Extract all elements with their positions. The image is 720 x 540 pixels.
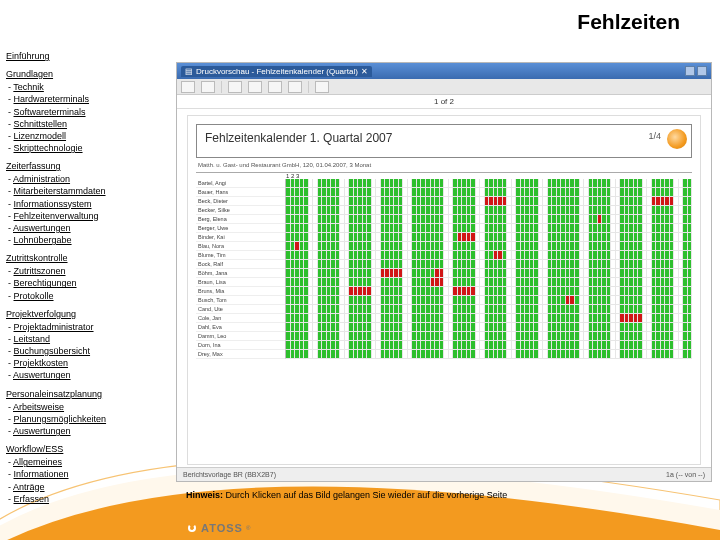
nav-zeiterfassung[interactable]: Zeiterfassung [6, 160, 61, 172]
nav-item: - Planungsmöglichkeiten [8, 413, 166, 425]
employee-name: Bauer, Hans [196, 188, 286, 197]
employee-name: Bock, Ralf [196, 260, 286, 269]
calendar-row: Binder, Kai [196, 233, 692, 242]
window-minimize-button[interactable] [685, 66, 695, 76]
prev-page-button[interactable] [248, 81, 262, 93]
calendar-row: Blume, Tim [196, 251, 692, 260]
nav-item: - Berechtigungen [8, 277, 166, 289]
employee-name: Berg, Elena [196, 215, 286, 224]
nav-item: - Hardwareterminals [8, 93, 166, 105]
employee-name: Cand, Ute [196, 305, 286, 314]
nav-item: - Softwareterminals [8, 106, 166, 118]
nav-item: - Auswertungen [8, 425, 166, 437]
window-maximize-button[interactable] [697, 66, 707, 76]
nav-item: - Erfassen [8, 493, 166, 505]
first-page-button[interactable] [228, 81, 242, 93]
calendar-row: Becker, Silke [196, 206, 692, 215]
employee-name: Busch, Tom [196, 296, 286, 305]
preview-toolbar [177, 79, 711, 95]
nav-item: - Skripttechnologie [8, 142, 166, 154]
nav-workflow[interactable]: Workflow/ESS [6, 443, 63, 455]
employee-name: Bartel, Angi [196, 179, 286, 188]
preview-statusbar: Berichtsvorlage BR (BBX2B7) 1a (-- von -… [177, 467, 711, 481]
nav-item: - Lohnübergabe [8, 234, 166, 246]
close-icon[interactable]: ✕ [361, 67, 368, 76]
page-counter: 1 of 2 [177, 95, 711, 109]
report-logo-icon [667, 129, 687, 149]
nav-item: - Mitarbeiterstammdaten [8, 185, 166, 197]
nav-item: - Auswertungen [8, 369, 166, 381]
next-page-button[interactable] [268, 81, 282, 93]
employee-name: Berger, Uwe [196, 224, 286, 233]
zoom-button[interactable] [315, 81, 329, 93]
report-page: Fehlzeitenkalender 1. Quartal 2007 1/4 M… [187, 115, 701, 465]
calendar-row: Dahl, Eva [196, 323, 692, 332]
employee-name: Damm, Leo [196, 332, 286, 341]
calendar-row: Bartel, Angi [196, 179, 692, 188]
report-header: Fehlzeitenkalender 1. Quartal 2007 1/4 [196, 124, 692, 158]
calendar-row: Bauer, Hans [196, 188, 692, 197]
report-page-num: 1/4 [648, 131, 661, 141]
employee-name: Blau, Nora [196, 242, 286, 251]
preview-tab[interactable]: ▤ Druckvorschau - Fehlzeitenkalender (Qu… [181, 66, 372, 77]
employee-name: Dahl, Eva [196, 323, 286, 332]
nav-item: - Buchungsübersicht [8, 345, 166, 357]
calendar-row: Bock, Ralf [196, 260, 692, 269]
calendar-row: Drey, Max [196, 350, 692, 359]
calendar-row: Bruns, Mia [196, 287, 692, 296]
print-button[interactable] [181, 81, 195, 93]
employee-name: Dorn, Ina [196, 341, 286, 350]
calendar-row: Dorn, Ina [196, 341, 692, 350]
document-icon: ▤ [185, 67, 193, 76]
nav-intro[interactable]: Einführung [6, 50, 50, 62]
nav-item: - Arbeitsweise [8, 401, 166, 413]
preview-titlebar: ▤ Druckvorschau - Fehlzeitenkalender (Qu… [177, 63, 711, 79]
nav-item: - Informationssystem [8, 198, 166, 210]
employee-name: Bruns, Mia [196, 287, 286, 296]
calendar-grid: 1 2 3 Bartel, AngiBauer, HansBeck, Diete… [196, 172, 692, 359]
nav-item: - Informationen [8, 468, 166, 480]
employee-name: Böhm, Jana [196, 269, 286, 278]
sidebar-nav: Einführung Grundlagen - Technik - Hardwa… [6, 50, 166, 505]
nav-item: - Fehlzeitenverwaltung [8, 210, 166, 222]
employee-name: Binder, Kai [196, 233, 286, 242]
calendar-row: Berger, Uwe [196, 224, 692, 233]
calendar-row: Blau, Nora [196, 242, 692, 251]
nav-item: - Lizenzmodell [8, 130, 166, 142]
report-subtitle: Matth. u. Gast- und Restaurant GmbH, 120… [198, 162, 692, 168]
nav-item: - Schnittstellen [8, 118, 166, 130]
brand-icon [186, 522, 198, 534]
calendar-row: Böhm, Jana [196, 269, 692, 278]
calendar-row: Damm, Leo [196, 332, 692, 341]
nav-item: - Anträge [8, 481, 166, 493]
nav-item: - Leitstand [8, 333, 166, 345]
nav-pep[interactable]: Personaleinsatzplanung [6, 388, 102, 400]
nav-item: - Allgemeines [8, 456, 166, 468]
calendar-row: Cand, Ute [196, 305, 692, 314]
report-title: Fehlzeitenkalender 1. Quartal 2007 [205, 131, 392, 145]
employee-name: Beck, Dieter [196, 197, 286, 206]
page-title: Fehlzeiten [577, 10, 680, 34]
calendar-row: Beck, Dieter [196, 197, 692, 206]
nav-projekt[interactable]: Projektverfolgung [6, 308, 76, 320]
employee-name: Blume, Tim [196, 251, 286, 260]
nav-item: - Auswertungen [8, 222, 166, 234]
employee-name: Braun, Lisa [196, 278, 286, 287]
export-button[interactable] [201, 81, 215, 93]
status-right: 1a (-- von --) [666, 471, 705, 478]
status-left: Berichtsvorlage BR (BBX2B7) [183, 471, 276, 478]
employee-name: Drey, Max [196, 350, 286, 359]
nav-grundlagen[interactable]: Grundlagen [6, 68, 53, 80]
nav-item: - Protokolle [8, 290, 166, 302]
nav-item: - Administration [8, 173, 166, 185]
calendar-row: Braun, Lisa [196, 278, 692, 287]
print-preview-window[interactable]: ▤ Druckvorschau - Fehlzeitenkalender (Qu… [176, 62, 712, 482]
nav-grundlagen-list: - Technik - Hardwareterminals - Software… [8, 81, 166, 154]
footer-brand: ATOSS® [186, 522, 250, 534]
hint-text: Hinweis: Durch Klicken auf das Bild gela… [186, 490, 507, 500]
employee-name: Becker, Silke [196, 206, 286, 215]
nav-item: - Technik [8, 81, 166, 93]
last-page-button[interactable] [288, 81, 302, 93]
nav-zutritt[interactable]: Zutrittskontrolle [6, 252, 68, 264]
nav-item: - Projektadministrator [8, 321, 166, 333]
